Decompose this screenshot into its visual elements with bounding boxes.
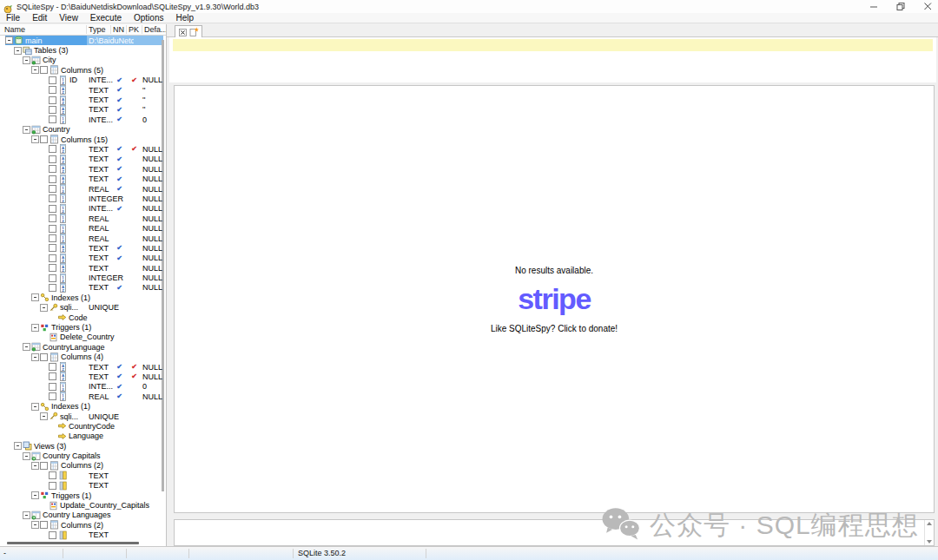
node-checkbox[interactable]	[49, 205, 56, 213]
node-checkbox[interactable]	[49, 392, 56, 400]
tree-row[interactable]: Indexes (1)	[0, 401, 167, 411]
tree-row[interactable]: Columns (4)	[0, 352, 167, 362]
tree-row[interactable]: Language	[0, 432, 167, 441]
tree-header-nn[interactable]: NN	[113, 25, 124, 34]
collapse-minus-icon[interactable]	[31, 491, 39, 499]
close-button[interactable]	[923, 2, 933, 11]
tree-row[interactable]: sqli...UNIQUE	[0, 412, 167, 421]
tree-header-pk[interactable]: PK	[129, 25, 139, 34]
node-checkbox[interactable]	[40, 66, 48, 74]
node-checkbox[interactable]	[49, 106, 56, 114]
tree-row[interactable]: 12REAL✔NULL	[0, 184, 167, 194]
tree-row[interactable]: CountryLanguage	[0, 342, 167, 352]
collapse-minus-icon[interactable]	[23, 56, 30, 64]
collapse-minus-icon[interactable]	[23, 452, 30, 460]
collapse-minus-icon[interactable]	[31, 353, 39, 361]
tree-row[interactable]: AZTEXT✔''	[0, 85, 167, 95]
donate-link[interactable]: Like SQLiteSpy? Click to donate!	[491, 324, 618, 333]
collapse-minus-icon[interactable]	[31, 135, 39, 143]
scroll-down-icon[interactable]	[927, 540, 932, 544]
node-checkbox[interactable]	[49, 76, 56, 84]
node-checkbox[interactable]	[49, 185, 56, 193]
tree-row[interactable]: AZTEXT✔NULL	[0, 254, 167, 263]
node-checkbox[interactable]	[49, 284, 56, 292]
collapse-minus-icon[interactable]	[14, 442, 22, 450]
collapse-minus-icon[interactable]	[40, 304, 48, 312]
tree-row[interactable]: AZTEXT✔NULL	[0, 283, 167, 293]
tree-row[interactable]: 12REAL✔NULL	[0, 392, 167, 401]
collapse-minus-icon[interactable]	[31, 462, 39, 470]
node-checkbox[interactable]	[49, 471, 56, 479]
tree-row[interactable]: TEXT	[0, 530, 167, 540]
tree-row[interactable]: TEXT	[0, 471, 167, 480]
menu-execute[interactable]: Execute	[90, 13, 129, 23]
node-checkbox[interactable]	[49, 254, 56, 262]
tree-row[interactable]: Columns (5)	[0, 65, 167, 75]
tree-row[interactable]: AZTEXT✔''	[0, 105, 167, 115]
tree-row[interactable]: AZTEXT✔NULL	[0, 155, 167, 164]
collapse-minus-icon[interactable]	[23, 511, 30, 519]
sql-editor[interactable]	[169, 37, 936, 82]
collapse-minus-icon[interactable]	[14, 47, 22, 55]
tree-header-type[interactable]: Type	[89, 25, 106, 34]
tree-row[interactable]: AZTEXT✔NULL	[0, 243, 167, 253]
node-checkbox[interactable]	[49, 155, 56, 163]
tree-row[interactable]: AZTEXT✔✔NULL	[0, 144, 167, 154]
tree-row[interactable]: AZTEXT✔NULL	[0, 164, 167, 174]
editor-active-line[interactable]	[173, 39, 933, 51]
tree-row[interactable]: AZTEXT✔✔NULL	[0, 362, 167, 372]
node-checkbox[interactable]	[49, 225, 56, 233]
node-checkbox[interactable]	[49, 244, 56, 252]
node-checkbox[interactable]	[49, 363, 56, 371]
scroll-up-icon[interactable]	[927, 522, 932, 525]
collapse-minus-icon[interactable]	[31, 66, 39, 74]
tree-row[interactable]: Views (3)	[0, 441, 167, 451]
tree-row[interactable]: CountryCode	[0, 421, 167, 431]
tree-row[interactable]: Update_Country_Capitals	[0, 500, 167, 510]
collapse-minus-icon[interactable]	[23, 343, 30, 351]
tree-row[interactable]: 12REALNULL	[0, 214, 167, 223]
stripe-logo[interactable]: stripe	[518, 284, 591, 313]
node-checkbox[interactable]	[49, 372, 56, 380]
collapse-minus-icon[interactable]	[5, 36, 13, 44]
tree-row[interactable]: mainD:\BaiduNetdiskDownload\	[0, 36, 167, 45]
tree-row[interactable]: Indexes (1)	[0, 293, 167, 302]
tree-row[interactable]: 12INTE...✔0	[0, 382, 167, 392]
tree-row[interactable]: 12REALNULL	[0, 223, 167, 233]
tree-row[interactable]: Columns (15)	[0, 135, 167, 144]
node-checkbox[interactable]	[49, 115, 56, 123]
node-checkbox[interactable]	[49, 234, 56, 242]
tree-row[interactable]: Country	[0, 125, 167, 135]
tree-row[interactable]: Country Capitals	[0, 451, 167, 460]
tree-row[interactable]: 12INTE...✔NULL	[0, 204, 167, 214]
node-checkbox[interactable]	[49, 145, 56, 153]
collapse-minus-icon[interactable]	[31, 403, 39, 411]
menu-edit[interactable]: Edit	[32, 13, 54, 23]
tree-row[interactable]: 12REALNULL	[0, 234, 167, 243]
collapse-minus-icon[interactable]	[40, 412, 48, 420]
node-checkbox[interactable]	[49, 482, 56, 490]
tree-row[interactable]: AZTEXTNULL	[0, 263, 167, 273]
tree-header-default[interactable]: Defa...	[144, 25, 167, 34]
node-checkbox[interactable]	[49, 214, 56, 222]
node-checkbox[interactable]	[40, 462, 48, 470]
minimize-button[interactable]	[869, 2, 879, 11]
menu-options[interactable]: Options	[134, 13, 170, 23]
menu-help[interactable]: Help	[175, 13, 201, 23]
tree-row[interactable]: AZTEXT✔NULL	[0, 174, 167, 183]
tree-row[interactable]: 12IDINTE...✔✔NULL	[0, 76, 167, 85]
node-checkbox[interactable]	[49, 274, 56, 282]
tree-row[interactable]: City	[0, 56, 167, 65]
bottom-strip-scrollbar[interactable]	[924, 520, 934, 545]
tree-row[interactable]: AZTEXT✔✔NULL	[0, 372, 167, 381]
tree-row[interactable]: Tables (3)	[0, 45, 167, 55]
tree-row[interactable]: Delete_Country	[0, 333, 167, 342]
node-checkbox[interactable]	[49, 531, 56, 539]
node-checkbox[interactable]	[49, 175, 56, 183]
collapse-minus-icon[interactable]	[31, 293, 39, 301]
tree-row[interactable]: 12INTEGERNULL	[0, 194, 167, 203]
restore-button[interactable]	[896, 2, 906, 11]
node-checkbox[interactable]	[49, 194, 56, 202]
node-checkbox[interactable]	[49, 383, 56, 391]
node-checkbox[interactable]	[49, 264, 56, 272]
